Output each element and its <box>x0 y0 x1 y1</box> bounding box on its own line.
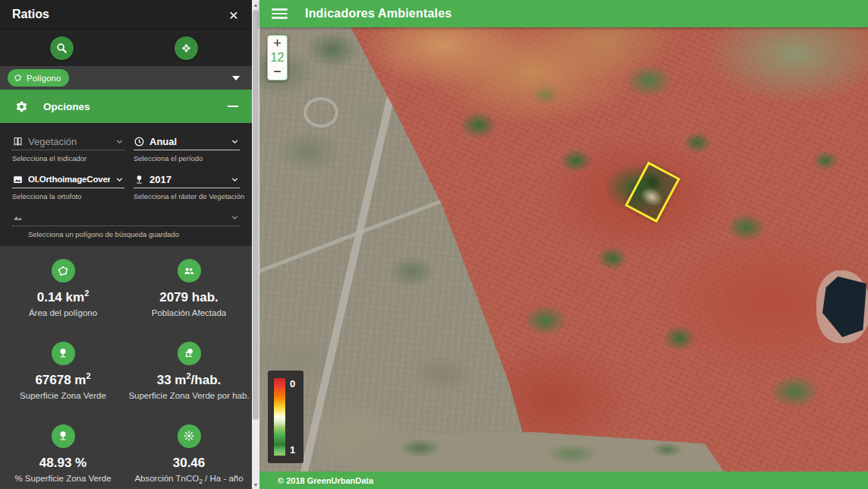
stat-label: Superficie Zona Verde por hab. <box>126 391 252 402</box>
draw-area-button[interactable] <box>175 36 198 60</box>
book-icon <box>12 136 24 147</box>
zoom-in-button[interactable]: + <box>268 37 287 50</box>
ratios-sidebar: Ratios × <box>0 0 252 489</box>
map-title: Indicadores Ambientales <box>305 7 451 21</box>
stat-value: 67678 m2 <box>0 371 126 388</box>
close-icon[interactable]: × <box>228 7 240 23</box>
clock-icon <box>134 136 145 147</box>
orthophoto-select[interactable]: OI.OrthoimageCoverage Selecciona la orto… <box>12 171 124 200</box>
stat-green-area: 67678 m2 Superficie Zona Verde <box>0 342 126 402</box>
image-icon <box>12 174 24 185</box>
zoom-out-button[interactable]: − <box>268 65 287 78</box>
stat-value: 30.46 <box>126 454 252 471</box>
people-icon <box>178 259 201 282</box>
stat-value: 2079 hab. <box>126 289 252 305</box>
indicator-select[interactable]: Vegetación Selecciona el Indicador <box>12 133 124 162</box>
highway-interchange <box>303 97 338 128</box>
options-label: Opciones <box>43 101 228 112</box>
options-header[interactable]: Opciones <box>0 90 252 123</box>
search-icon <box>55 42 68 55</box>
polygon-chip[interactable]: Polígono <box>8 69 69 87</box>
map-canvas[interactable]: + 12 − 0 1 <box>259 27 868 472</box>
saved-polygon-helper: Selecciona un polígono de búsqueda guard… <box>28 230 240 238</box>
ndvi-legend: 0 1 <box>268 371 303 463</box>
stat-label: % Superficie Zona Verde <box>0 474 126 485</box>
tree-icon <box>52 342 75 365</box>
raster-select[interactable]: 2017 Selecciona el ráster de Vegetación <box>134 171 240 200</box>
stat-value: 0.14 km2 <box>0 289 126 305</box>
stat-value: 33 m2/hab. <box>126 371 252 388</box>
period-helper: Selecciona el período <box>134 154 240 162</box>
polygon-icon <box>52 259 75 282</box>
indicator-value: Vegetación <box>28 136 110 147</box>
sidebar-header: Ratios × <box>0 0 252 29</box>
chevron-down-icon <box>115 137 124 147</box>
copyright-text: © 2018 GreenUrbanData <box>278 476 373 485</box>
stat-label: Absorción TnCO2 / Ha - año <box>126 474 252 485</box>
period-value: Anual <box>149 136 225 147</box>
zoom-control: + 12 − <box>267 35 288 80</box>
stat-co2-absorption: 30.46 Absorción TnCO2 / Ha - año <box>126 424 252 485</box>
legend-gradient-bar <box>274 378 285 456</box>
legend-max-label: 0 <box>290 378 295 390</box>
gear-icon <box>15 100 28 113</box>
sun-icon <box>178 424 201 448</box>
stat-label: Población Afectada <box>126 308 252 320</box>
chevron-down-icon <box>230 175 240 185</box>
chevron-down-icon <box>230 137 240 147</box>
orthophoto-value: OI.OrthoimageCoverage <box>28 175 110 184</box>
stat-polygon-area: 0.14 km2 Área del polígono <box>0 259 126 320</box>
chevron-down-icon <box>115 175 124 185</box>
period-select[interactable]: Anual Selecciona el período <box>134 133 240 162</box>
raster-helper: Selecciona el ráster de Vegetación <box>134 192 240 200</box>
legend-min-label: 1 <box>290 444 295 456</box>
map-footer: © 2018 GreenUrbanData <box>259 472 868 489</box>
tree-person-icon <box>178 342 201 365</box>
polygon-accordion-row[interactable]: Polígono <box>0 66 252 90</box>
scrollbar-thumb[interactable] <box>253 10 259 420</box>
indicator-helper: Selecciona el Indicador <box>12 154 124 162</box>
stat-green-per-capita: 33 m2/hab. Superficie Zona Verde por hab… <box>126 342 252 402</box>
polygon-icon <box>13 73 23 83</box>
stat-label: Área del polígono <box>0 308 126 320</box>
sidebar-title: Ratios <box>12 8 228 21</box>
tree-pin-icon <box>134 174 145 185</box>
tree-icon <box>52 424 75 448</box>
polygon-chip-label: Polígono <box>27 74 61 83</box>
caret-down-icon[interactable] <box>232 76 240 80</box>
map-pane: Indicadores Ambientales + 12 − 0 1 © <box>259 0 868 489</box>
sidebar-toolbar <box>0 29 252 66</box>
stat-value: 48.93 % <box>0 454 126 471</box>
mountains-icon <box>12 212 24 223</box>
collapse-icon[interactable] <box>228 106 238 107</box>
ratios-stats: 0.14 km2 Área del polígono 2079 hab. Pob… <box>0 246 252 489</box>
stat-green-percent: 48.93 % % Superficie Zona Verde <box>0 424 126 485</box>
diamond-tiles-icon <box>180 42 193 55</box>
raster-value: 2017 <box>149 174 225 185</box>
app: Ratios × <box>0 0 868 489</box>
scroll-up-icon[interactable]: ▲ <box>252 0 259 9</box>
menu-icon[interactable] <box>272 8 288 19</box>
sidebar-scrollbar[interactable]: ▲ ▼ <box>252 0 259 489</box>
search-button[interactable] <box>50 36 74 60</box>
scroll-down-icon[interactable]: ▼ <box>252 480 259 489</box>
saved-polygon-select[interactable]: Selecciona un polígono de búsqueda guard… <box>12 209 240 238</box>
options-form: Vegetación Selecciona el Indicador Anual <box>0 123 252 246</box>
stat-label: Superficie Zona Verde <box>0 391 126 402</box>
orthophoto-helper: Selecciona la ortofoto <box>12 192 124 200</box>
zoom-level: 12 <box>271 50 285 65</box>
map-header: Indicadores Ambientales <box>259 0 868 27</box>
stat-population: 2079 hab. Población Afectada <box>126 259 252 320</box>
chevron-down-icon <box>230 213 240 222</box>
